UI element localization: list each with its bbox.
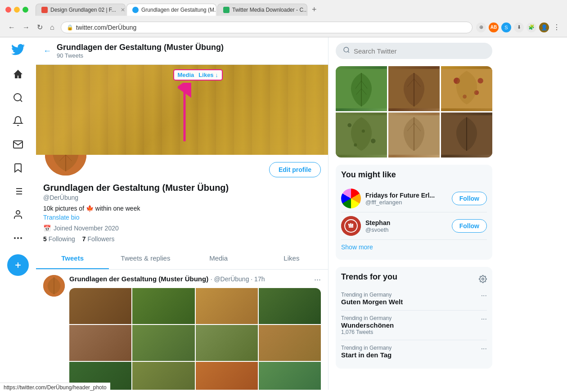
twitter-logo[interactable] [11,43,25,58]
media-cell-8 [259,325,321,361]
browser-address-bar: ← → ↻ ⌂ 🔒 twitter.com/DerÜbung ⊕ AB S ⬇ … [0,19,567,37]
profile-header-bar: ← Grundlagen der Gestaltung (Muster Übun… [36,37,328,65]
photo-cell-3 [441,66,492,111]
annotation-box: Media Likes ↓ [173,69,223,81]
tab-likes[interactable]: Likes [255,248,328,269]
media-cell-2 [132,288,194,324]
more-icon[interactable]: ⋮ [552,23,562,32]
extension-icon-2[interactable]: AB [489,23,499,32]
back-nav-button[interactable]: ← [5,21,18,33]
annotation-overlay: Media Likes ↓ [173,69,223,81]
home-nav-button[interactable]: ⌂ [47,21,57,33]
svg-point-52 [482,278,484,280]
tab-tweets[interactable]: Tweets [36,248,109,269]
tab-favicon-1 [41,7,48,13]
browser-tab-1[interactable]: Design Grundlagen 02 | F... ✕ [36,4,126,16]
browser-tab-3[interactable]: Twitter Media Downloader - C... ✕ [217,4,307,16]
profile-tweet-count: 90 Tweets [57,52,224,59]
edit-profile-button[interactable]: Edit profile [269,162,321,177]
browser-tab-2[interactable]: Grundlagen der Gestaltung (M... ✕ [126,4,216,16]
media-cell-5 [69,325,131,361]
address-bar[interactable]: 🔒 twitter.com/DerÜbung [61,22,472,33]
follow-button-2[interactable]: Follow [452,219,487,233]
sidebar-item-bookmarks[interactable] [7,157,29,179]
extension-icon-5[interactable]: 🧩 [526,23,536,32]
trends-gear-icon[interactable] [479,275,487,285]
photo-cell-1 [336,66,387,111]
profile-bio: 10k pictures of 🍁 within one week [43,205,321,212]
trend-item-1[interactable]: Trending in Germany Guten Morgen Welt ··… [341,287,487,311]
maximize-button[interactable] [22,7,28,13]
svg-line-19 [348,51,349,53]
sidebar-item-profile[interactable] [7,204,29,225]
extension-icon-3[interactable]: S [501,23,511,32]
annotation-arrow [178,83,191,148]
translate-bio-link[interactable]: Translate bio [43,214,321,221]
back-button[interactable]: ← [43,46,51,56]
followers-stat[interactable]: 7 Followers [82,235,115,243]
suggestion-item-2: Stephan @svoeth Follow [341,212,487,240]
trend-item-2[interactable]: Trending in Germany Wunderschönen 1,076 … [341,311,487,340]
trend-more-icon-3[interactable]: ··· [481,345,487,353]
media-cell-7 [196,325,258,361]
sidebar-item-messages[interactable] [7,134,29,155]
browser-chrome: Design Grundlagen 02 | F... ✕ Grundlagen… [0,0,567,37]
new-tab-button[interactable]: + [308,5,320,14]
browser-nav: ← → ↻ ⌂ [5,21,57,33]
tab-label-2: Grundlagen der Gestaltung (M... [141,7,216,13]
tweet-more-icon[interactable]: ··· [314,275,321,284]
trend-content-3: Trending in Germany Start in den Tag [341,345,392,359]
user-avatar[interactable]: 👤 [539,23,549,32]
sidebar-item-home[interactable] [7,63,29,85]
sidebar-item-more[interactable] [7,227,29,249]
media-cell-11 [196,362,258,390]
svg-rect-51 [352,224,353,225]
svg-rect-50 [350,223,351,225]
compose-button[interactable] [7,254,29,276]
sidebar-item-explore[interactable] [7,87,29,108]
profile-stats: 5 Following 7 Followers [43,235,321,243]
svg-point-8 [16,211,20,214]
trend-name-3: Start in den Tag [341,351,392,359]
minimize-button[interactable] [14,7,20,13]
left-sidebar [0,37,36,390]
followers-label: Followers [88,235,115,243]
tweet-handle: · @DerÜbung · 17h [211,275,265,283]
refresh-button[interactable]: ↻ [34,21,45,33]
tab-media[interactable]: Media [182,248,255,269]
trends-header: Trends for you [341,272,487,287]
search-box[interactable] [336,43,492,59]
trend-row-3: Trending in Germany Start in den Tag ··· [341,345,487,359]
profile-header-info: Grundlagen der Gestaltung (Muster Übung)… [57,43,224,59]
profile-header-name: Grundlagen der Gestaltung (Muster Übung) [57,43,224,52]
extension-icon-1[interactable]: ⊕ [476,23,486,32]
followers-count: 7 [82,235,86,243]
browser-titlebar: Design Grundlagen 02 | F... ✕ Grundlagen… [0,0,567,19]
trend-more-icon-1[interactable]: ··· [481,292,487,300]
photo-grid [336,66,492,158]
profile-name: Grundlagen der Gestaltung (Muster Übung) [43,183,321,193]
tab-close-1[interactable]: ✕ [121,7,125,13]
tweet-avatar [43,275,65,297]
following-stat[interactable]: 5 Following [43,235,75,243]
follow-button-1[interactable]: Follow [452,192,487,205]
main-content: ← Grundlagen der Gestaltung (Muster Übun… [36,37,328,390]
joined-text: Joined November 2020 [54,225,119,232]
trend-content-1: Trending in Germany Guten Morgen Welt [341,292,403,306]
search-input[interactable] [354,47,485,55]
forward-nav-button[interactable]: → [20,21,32,33]
trend-item-3[interactable]: Trending in Germany Start in den Tag ··· [341,340,487,363]
svg-point-38 [371,139,376,144]
close-button[interactable] [5,7,11,13]
tweet-header: Grundlagen der Gestaltung (Muster Übung)… [69,275,321,284]
extension-icon-4[interactable]: ⬇ [514,23,524,32]
sidebar-item-lists[interactable] [7,180,29,202]
tab-tweets-replies[interactable]: Tweets & replies [109,248,182,269]
tab-label-1: Design Grundlagen 02 | F... [50,7,116,13]
show-more-link[interactable]: Show more [341,240,487,254]
browser-tabs: Design Grundlagen 02 | F... ✕ Grundlagen… [36,4,562,16]
sidebar-item-notifications[interactable] [7,110,29,132]
right-sidebar: You might like Fridays for Future Erl...… [328,37,500,390]
trend-category-3: Trending in Germany [341,345,392,351]
trend-more-icon-2[interactable]: ··· [481,315,487,323]
